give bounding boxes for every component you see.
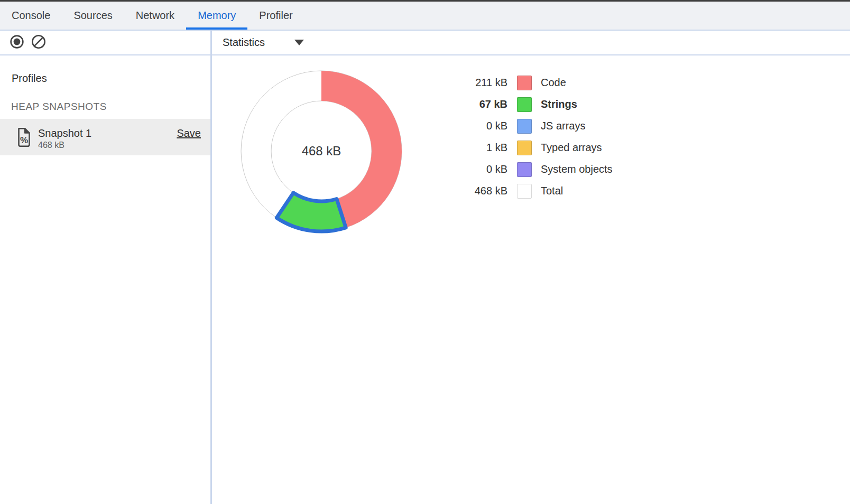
- memory-toolbar: Statistics: [0, 31, 850, 55]
- legend-row-strings[interactable]: 67 kB Strings: [423, 94, 613, 115]
- legend-label: JS arrays: [541, 120, 585, 132]
- legend-row-total[interactable]: 468 kB Total: [423, 180, 613, 202]
- devtools-tabbar: Console Sources Network Memory Profiler: [0, 2, 850, 31]
- perspective-selector[interactable]: Statistics: [212, 31, 304, 54]
- heap-snapshot-icon: %: [16, 127, 32, 150]
- sidebar-item-snapshot-1[interactable]: % Snapshot 1 468 kB Save: [0, 119, 210, 155]
- legend-size: 0 kB: [423, 120, 507, 132]
- legend-row-system-objects[interactable]: 0 kB System objects: [423, 158, 613, 180]
- legend-label: Typed arrays: [541, 142, 602, 154]
- legend-row-code[interactable]: 211 kB Code: [423, 72, 613, 94]
- clear-icon: [31, 34, 47, 51]
- save-snapshot-link[interactable]: Save: [177, 127, 201, 139]
- legend-row-js-arrays[interactable]: 0 kB JS arrays: [423, 115, 613, 137]
- legend-size: 468 kB: [423, 185, 507, 197]
- chevron-down-icon: [294, 40, 304, 45]
- legend-swatch: [517, 141, 532, 155]
- legend-size: 67 kB: [423, 98, 507, 110]
- tab-memory[interactable]: Memory: [186, 2, 247, 30]
- toolbar-left: [0, 31, 210, 54]
- statistics-view: 468 kB 211 kB Code 67 kB Strings 0 kB JS…: [212, 55, 850, 504]
- clear-profiles-button[interactable]: [30, 34, 47, 51]
- legend-label: Total: [541, 185, 563, 197]
- legend-swatch: [517, 184, 532, 199]
- snapshot-size: 468 kB: [38, 141, 64, 150]
- legend-swatch: [517, 97, 532, 112]
- profiles-heading: Profiles: [12, 72, 47, 85]
- legend-size: 1 kB: [423, 142, 507, 154]
- legend-size: 0 kB: [423, 163, 507, 175]
- record-heap-snapshot-button[interactable]: [8, 34, 25, 51]
- snapshot-title: Snapshot 1: [38, 127, 91, 139]
- record-icon: [9, 34, 25, 51]
- perspective-selector-value: Statistics: [223, 36, 265, 49]
- legend-size: 211 kB: [423, 77, 507, 89]
- profiles-sidebar: Profiles HEAP SNAPSHOTS % Snapshot 1 468…: [0, 55, 210, 504]
- legend-swatch: [517, 162, 532, 177]
- chart-legend: 211 kB Code 67 kB Strings 0 kB JS arrays…: [423, 72, 613, 202]
- legend-swatch: [517, 119, 532, 134]
- legend-label: Code: [541, 77, 566, 89]
- legend-row-typed-arrays[interactable]: 1 kB Typed arrays: [423, 137, 613, 158]
- donut-chart[interactable]: 468 kB: [237, 67, 406, 236]
- legend-swatch: [517, 76, 532, 90]
- tab-console[interactable]: Console: [0, 2, 62, 30]
- tab-sources[interactable]: Sources: [62, 2, 124, 30]
- tab-profiler[interactable]: Profiler: [247, 2, 304, 30]
- svg-text:%: %: [20, 135, 28, 145]
- chart-center-label: 468 kB: [302, 144, 341, 158]
- legend-label: Strings: [541, 98, 577, 110]
- slice-strings[interactable]: [276, 193, 346, 231]
- tab-network[interactable]: Network: [124, 2, 186, 30]
- heap-snapshots-heading: HEAP SNAPSHOTS: [11, 101, 107, 113]
- legend-label: System objects: [541, 163, 613, 175]
